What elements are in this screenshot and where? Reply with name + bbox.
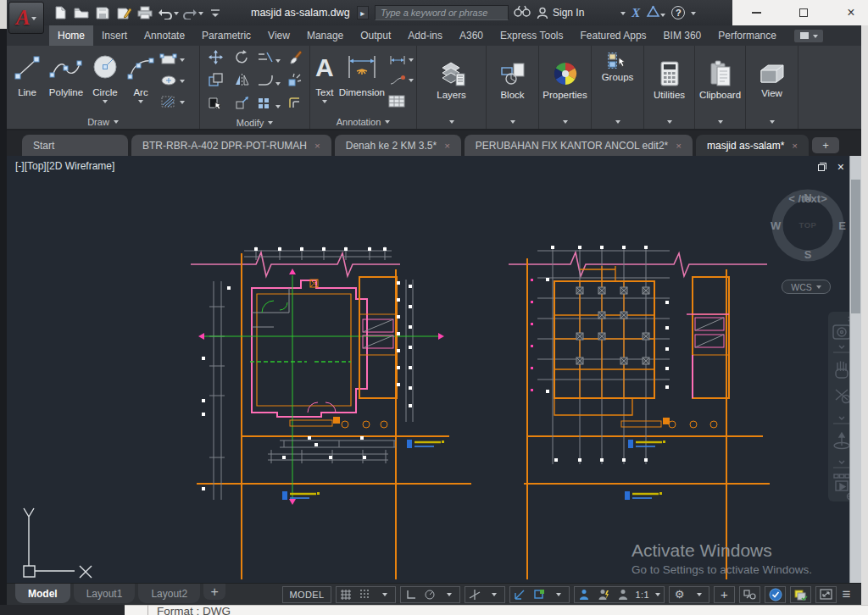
- search-button[interactable]: [514, 5, 531, 21]
- chevron-down-icon[interactable]: [839, 461, 844, 463]
- polyline-button[interactable]: Polyline: [45, 47, 87, 114]
- background-window-strip[interactable]: Format : DWG: [0, 605, 868, 615]
- ribbon-tab-performance[interactable]: Performance: [709, 25, 785, 46]
- trim-button[interactable]: [257, 51, 281, 67]
- leader-button[interactable]: [388, 75, 414, 86]
- workspace-dropdown[interactable]: [689, 587, 709, 602]
- quick-properties-button[interactable]: [740, 587, 760, 602]
- file-tab-btr[interactable]: BTR-RBR-A-402 DPR-POT-RUMAH×: [131, 135, 331, 156]
- search-input[interactable]: [375, 5, 509, 20]
- annotation-visibility-button[interactable]: [575, 587, 594, 602]
- file-tab-perubahan[interactable]: PERUBAHAN FIX KANTOR ANCOL edit2*×: [465, 135, 693, 156]
- hatch-button[interactable]: [159, 95, 185, 108]
- panel-label-annotation[interactable]: Annotation: [310, 114, 416, 129]
- file-tab-masjid[interactable]: masjid as-salam*×: [696, 135, 809, 156]
- osnap-dropdown[interactable]: [549, 587, 569, 602]
- maximize-button[interactable]: [780, 0, 827, 25]
- viewcube[interactable]: < /text> N W E S TOP: [767, 185, 849, 266]
- chevron-down-icon[interactable]: [839, 346, 844, 348]
- viewcube-s-label[interactable]: S: [767, 248, 849, 261]
- fillet-button[interactable]: [257, 74, 281, 90]
- model-space-toggle[interactable]: MODEL: [283, 590, 330, 600]
- minimize-button[interactable]: [732, 0, 780, 25]
- ellipse-button[interactable]: [159, 75, 185, 86]
- ribbon-tab-parametric[interactable]: Parametric: [193, 25, 259, 46]
- viewcube-n-label[interactable]: N: [767, 191, 849, 204]
- mirror-button[interactable]: [235, 73, 249, 91]
- scale-dropdown[interactable]: [652, 587, 664, 602]
- block-button[interactable]: Block: [487, 46, 538, 114]
- autoscale-button[interactable]: [594, 587, 614, 602]
- linear-dim-button[interactable]: [388, 54, 414, 65]
- object-snap-button[interactable]: [530, 587, 549, 602]
- ribbon-tab-a360[interactable]: A360: [451, 25, 492, 46]
- ribbon-tab-manage[interactable]: Manage: [298, 25, 352, 46]
- snap-mode-button[interactable]: [337, 587, 356, 602]
- view-button[interactable]: View: [746, 46, 798, 114]
- arc-button[interactable]: Arc: [123, 47, 159, 114]
- panel-label-groups[interactable]: [592, 114, 643, 129]
- close-icon[interactable]: ×: [792, 141, 798, 151]
- panel-label-modify[interactable]: Modify: [200, 116, 309, 129]
- sign-in-button[interactable]: Sign In: [537, 7, 626, 19]
- ribbon-tab-home[interactable]: Home: [49, 25, 93, 46]
- showmotion-icon[interactable]: [834, 474, 838, 478]
- save-as-button[interactable]: [114, 3, 133, 23]
- stretch-button[interactable]: [209, 96, 223, 114]
- rectangle-button[interactable]: [159, 53, 185, 66]
- circle-button[interactable]: Circle: [87, 47, 123, 114]
- open-file-button[interactable]: [72, 3, 91, 23]
- ribbon-tab-bim360[interactable]: BIM 360: [655, 25, 710, 46]
- new-file-button[interactable]: [51, 3, 70, 23]
- object-snap-tracking-button[interactable]: [510, 587, 530, 602]
- panel-label-draw[interactable]: Draw: [7, 114, 199, 129]
- workspace-switching-button[interactable]: ⚙: [670, 587, 689, 602]
- offset-button[interactable]: [287, 96, 302, 114]
- layout2-tab[interactable]: Layout2: [138, 584, 200, 603]
- help-button[interactable]: ?: [671, 6, 685, 19]
- plot-button[interactable]: [136, 3, 154, 23]
- erase-button[interactable]: [287, 50, 302, 68]
- close-button[interactable]: ×: [827, 0, 868, 25]
- move-button[interactable]: [209, 50, 223, 68]
- ribbon-display-toggle[interactable]: [793, 29, 824, 43]
- close-icon[interactable]: ×: [444, 141, 450, 151]
- file-tab-start[interactable]: Start: [22, 135, 128, 156]
- viewport-restore-button[interactable]: [818, 163, 826, 171]
- line-button[interactable]: Line: [9, 47, 45, 114]
- text-button[interactable]: AText: [313, 47, 337, 114]
- graphics-performance-button[interactable]: [765, 587, 785, 602]
- isolate-objects-button[interactable]: [791, 587, 810, 602]
- properties-button[interactable]: Properties: [539, 46, 591, 114]
- ribbon-tab-addins[interactable]: Add-ins: [399, 25, 451, 46]
- customization-menu-button[interactable]: ≡: [837, 586, 856, 603]
- isodraft-dropdown[interactable]: [485, 587, 504, 602]
- viewport-close-button[interactable]: ×: [837, 160, 844, 174]
- panel-label-view[interactable]: [746, 114, 798, 129]
- ribbon-tab-express-tools[interactable]: Express Tools: [492, 25, 571, 46]
- ribbon-tab-output[interactable]: Output: [352, 25, 399, 46]
- panel-label-layers[interactable]: [417, 114, 486, 129]
- scale-button[interactable]: [235, 96, 249, 114]
- model-tab[interactable]: Model: [15, 584, 70, 603]
- polar-dropdown[interactable]: [440, 587, 459, 602]
- ribbon-tab-annotate[interactable]: Annotate: [136, 25, 193, 46]
- close-icon[interactable]: ×: [314, 141, 320, 151]
- ucs-selector[interactable]: WCS: [782, 280, 831, 294]
- array-button[interactable]: [257, 97, 281, 113]
- rotate-button[interactable]: [235, 50, 249, 68]
- panel-label-clipboard[interactable]: [695, 114, 745, 129]
- annotation-scale-value[interactable]: 1:1: [633, 590, 653, 600]
- close-icon[interactable]: ×: [676, 141, 682, 151]
- annotation-monitor-button[interactable]: +: [715, 587, 734, 602]
- clipboard-button[interactable]: Clipboard: [695, 46, 745, 114]
- undo-button[interactable]: [157, 3, 179, 23]
- application-menu-button[interactable]: A: [8, 2, 44, 34]
- table-button[interactable]: [388, 95, 414, 108]
- redo-button[interactable]: [181, 3, 203, 23]
- dimension-button[interactable]: Dimension: [337, 47, 387, 114]
- model-viewport[interactable]: [-][Top][2D Wireframe] × < /text> N W E …: [7, 156, 861, 583]
- scrollbar-thumb[interactable]: [851, 180, 860, 313]
- layers-button[interactable]: Layers: [417, 46, 486, 114]
- viewport-controls-label[interactable]: [-][Top][2D Wireframe]: [15, 160, 114, 172]
